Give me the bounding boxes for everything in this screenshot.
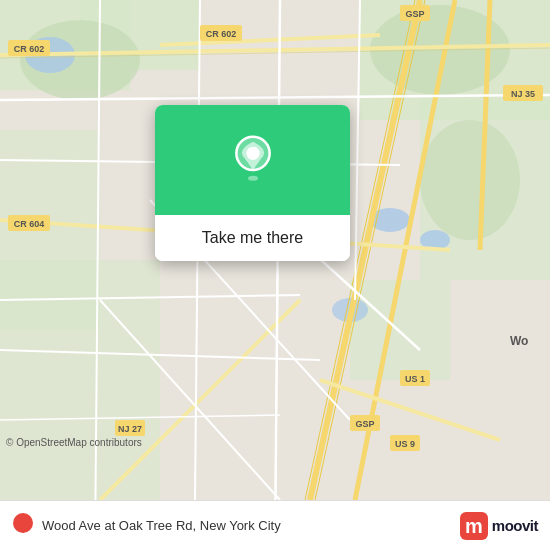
svg-text:Wo: Wo [510, 334, 528, 348]
svg-text:m: m [465, 515, 483, 537]
location-text: Wood Ave at Oak Tree Rd, New York City [42, 518, 281, 533]
svg-text:GSP: GSP [355, 419, 374, 429]
svg-text:CR 602: CR 602 [206, 29, 237, 39]
moovit-text: moovit [492, 517, 538, 534]
osm-attribution: © OpenStreetMap contributors [6, 437, 142, 448]
svg-point-62 [248, 176, 258, 181]
location-icon [12, 512, 34, 540]
svg-text:NJ 35: NJ 35 [511, 89, 535, 99]
svg-text:CR 604: CR 604 [14, 219, 45, 229]
svg-point-10 [420, 120, 520, 240]
svg-text:US 1: US 1 [405, 374, 425, 384]
moovit-icon: m [460, 512, 488, 540]
svg-text:CR 602: CR 602 [14, 44, 45, 54]
svg-text:NJ 27: NJ 27 [118, 424, 142, 434]
svg-text:GSP: GSP [405, 9, 424, 19]
svg-rect-5 [350, 280, 450, 380]
location-popup: Take me there [155, 105, 350, 261]
svg-text:US 9: US 9 [395, 439, 415, 449]
location-pin-icon [228, 135, 278, 185]
take-me-there-button[interactable]: Take me there [155, 215, 350, 261]
map-container[interactable]: CR 602 CR 602 CR 604 CR 604 NJ 35 GSP GS… [0, 0, 550, 500]
moovit-logo: m moovit [460, 512, 538, 540]
bottom-bar: Wood Ave at Oak Tree Rd, New York City m… [0, 500, 550, 550]
popup-header [155, 105, 350, 215]
